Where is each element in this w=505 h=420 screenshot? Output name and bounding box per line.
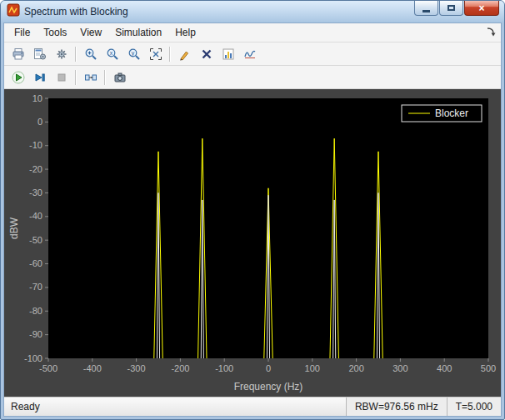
svg-text:-100: -100 — [24, 352, 42, 362]
menu-simulation[interactable]: Simulation — [108, 24, 168, 41]
zoom-y-button[interactable]: y — [123, 44, 144, 63]
peak-finder-icon — [178, 48, 192, 61]
menu-help[interactable]: Help — [168, 24, 202, 41]
svg-text:-20: -20 — [29, 163, 42, 173]
run-icon — [12, 71, 25, 84]
maximize-icon — [448, 5, 455, 11]
fit-to-view-button[interactable] — [145, 44, 166, 63]
main-toolbar: x y — [4, 42, 501, 66]
distortion-measurements-icon — [243, 48, 257, 61]
figure-area: -500-400-300-200-1000100200300400500100-… — [4, 89, 501, 397]
svg-text:Blocker: Blocker — [435, 108, 468, 119]
cursor-measurements-icon — [200, 48, 213, 61]
distortion-measurements-button[interactable] — [239, 44, 260, 63]
menu-bar: File Tools View Simulation Help — [4, 23, 501, 42]
toolbar-separator — [169, 47, 171, 62]
time-readout: T=5.000 — [447, 398, 501, 416]
cursor-measurements-button[interactable] — [196, 44, 217, 63]
svg-text:dBW: dBW — [8, 217, 20, 239]
stop-button[interactable] — [51, 68, 72, 87]
simulation-toolbar — [4, 66, 501, 89]
svg-text:-400: -400 — [83, 363, 102, 373]
svg-text:-70: -70 — [29, 282, 42, 292]
zoom-x-icon: x — [106, 48, 119, 61]
zoom-x-button[interactable]: x — [102, 44, 122, 63]
svg-text:0: 0 — [266, 363, 271, 373]
step-forward-button[interactable] — [29, 68, 50, 87]
svg-text:200: 200 — [348, 363, 363, 373]
close-icon: × — [478, 3, 484, 13]
maximize-button[interactable] — [439, 1, 463, 16]
print-icon — [12, 48, 25, 61]
client-area: File Tools View Simulation Help — [3, 22, 502, 417]
svg-text:300: 300 — [392, 363, 408, 373]
menu-file[interactable]: File — [8, 24, 37, 41]
menu-tools[interactable]: Tools — [37, 24, 73, 41]
svg-text:-40: -40 — [29, 211, 42, 221]
show-simulink-block-button[interactable] — [80, 68, 101, 87]
svg-text:-30: -30 — [29, 187, 42, 197]
snapshot-icon — [113, 71, 127, 84]
window-icon — [7, 3, 20, 20]
dock-arrow-icon[interactable] — [485, 26, 497, 40]
svg-text:100: 100 — [305, 363, 320, 373]
show-simulink-block-icon — [84, 71, 98, 84]
signal-statistics-button[interactable] — [218, 44, 238, 63]
title-bar[interactable]: Spectrum with Blocking × — [1, 1, 504, 22]
step-forward-icon — [33, 71, 47, 84]
toolbar-separator — [75, 47, 77, 62]
status-bar: Ready RBW=976.56 mHz T=5.000 — [4, 397, 501, 416]
spectrum-analyzer-window: Spectrum with Blocking × File Tools View… — [0, 0, 505, 420]
toolbar-separator — [75, 70, 77, 85]
svg-text:400: 400 — [437, 363, 452, 373]
fit-to-view-icon — [149, 48, 162, 61]
svg-text:-200: -200 — [171, 363, 189, 373]
svg-text:-50: -50 — [29, 234, 42, 244]
snapshot-button[interactable] — [109, 68, 130, 87]
rbw-readout: RBW=976.56 mHz — [346, 398, 447, 416]
minimize-button[interactable] — [414, 1, 438, 16]
svg-text:-100: -100 — [215, 363, 233, 373]
svg-text:0: 0 — [38, 116, 42, 126]
run-button[interactable] — [8, 68, 28, 87]
status-text: Ready — [4, 398, 346, 416]
svg-text:y: y — [131, 50, 134, 57]
spectrum-plot[interactable]: -500-400-300-200-1000100200300400500100-… — [7, 90, 498, 397]
svg-text:-300: -300 — [128, 363, 146, 373]
svg-text:-90: -90 — [29, 329, 42, 339]
configuration-properties-button[interactable] — [51, 44, 72, 63]
zoom-in-button[interactable] — [80, 44, 101, 63]
svg-text:-80: -80 — [29, 305, 42, 315]
svg-text:10: 10 — [32, 92, 42, 102]
configuration-properties-icon — [55, 48, 68, 61]
stop-icon — [55, 71, 68, 84]
svg-text:-500: -500 — [39, 363, 58, 373]
svg-text:x: x — [109, 50, 112, 56]
svg-text:Frequency (Hz): Frequency (Hz) — [234, 381, 303, 392]
svg-text:-60: -60 — [29, 258, 42, 268]
signal-statistics-icon — [222, 48, 235, 61]
peak-finder-button[interactable] — [174, 44, 195, 63]
toolbar-separator — [104, 70, 106, 85]
svg-text:-10: -10 — [29, 140, 42, 150]
menu-view[interactable]: View — [73, 24, 108, 41]
minimize-icon — [422, 10, 430, 12]
print-button[interactable] — [8, 44, 28, 63]
zoom-y-icon: y — [128, 48, 141, 61]
svg-text:500: 500 — [481, 363, 496, 373]
zoom-in-icon — [84, 48, 98, 61]
spectrum-settings-icon — [33, 48, 47, 61]
spectrum-settings-button[interactable] — [29, 44, 50, 63]
close-button[interactable]: × — [464, 1, 499, 16]
